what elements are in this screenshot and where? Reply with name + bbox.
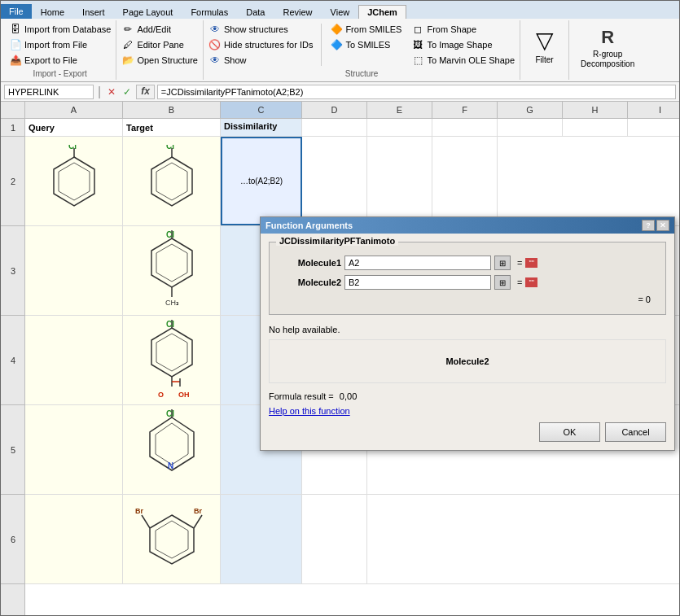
cell-c6[interactable] bbox=[221, 495, 302, 583]
cell-a1[interactable]: Query bbox=[25, 119, 123, 136]
cell-h1[interactable] bbox=[563, 119, 628, 136]
cell-a5[interactable] bbox=[25, 405, 123, 494]
tab-file[interactable]: File bbox=[1, 4, 32, 19]
molecule2-picker-button[interactable]: ⊞ bbox=[494, 275, 511, 290]
to-image-shape-button[interactable]: 🖼 To Image Shape bbox=[410, 37, 516, 52]
export-file-button[interactable]: 📤 Export to File bbox=[7, 53, 112, 68]
molecule1-input[interactable] bbox=[344, 256, 491, 270]
dialog-title-bar[interactable]: Function Arguments ? ✕ bbox=[261, 217, 674, 234]
editor-pane-button[interactable]: 🖊 Editor Pane bbox=[120, 37, 200, 52]
tab-review[interactable]: Review bbox=[274, 5, 321, 19]
open-structure-button[interactable]: 📂 Open Structure bbox=[120, 53, 200, 68]
dialog-help-button[interactable]: ? bbox=[642, 220, 655, 231]
import-database-button[interactable]: 🗄 Import from Database bbox=[7, 22, 112, 37]
row-header-5[interactable]: 5 bbox=[1, 405, 25, 495]
file-import-icon: 📄 bbox=[9, 38, 22, 51]
cell-b3[interactable]: Cl CH₃ bbox=[123, 226, 221, 315]
col-header-h[interactable]: H bbox=[563, 102, 628, 118]
tab-jchem[interactable]: JChem bbox=[358, 5, 406, 19]
cell-a6[interactable] bbox=[25, 495, 123, 583]
function-arguments-dialog: Function Arguments ? ✕ JCDissimilarityPF… bbox=[260, 216, 675, 451]
cell-d1[interactable] bbox=[302, 119, 367, 136]
tab-home[interactable]: Home bbox=[32, 5, 73, 19]
col-header-a[interactable]: A bbox=[25, 102, 123, 118]
col-header-f[interactable]: F bbox=[432, 102, 498, 118]
cell-i1[interactable] bbox=[628, 119, 679, 136]
col-header-e[interactable]: E bbox=[367, 102, 432, 118]
cell-a2[interactable]: Cl bbox=[25, 137, 123, 225]
cell-a3[interactable] bbox=[25, 226, 123, 315]
hide-structures-icon: 🚫 bbox=[208, 38, 222, 51]
cell-e2[interactable] bbox=[367, 137, 432, 225]
tab-formulas[interactable]: Formulas bbox=[182, 5, 237, 19]
dialog-close-button[interactable]: ✕ bbox=[656, 220, 669, 231]
ok-button[interactable]: OK bbox=[539, 422, 600, 442]
cell-b6[interactable]: Br Br bbox=[123, 495, 221, 583]
insert-function-button[interactable]: fx bbox=[136, 85, 155, 99]
cell-d2[interactable] bbox=[302, 137, 367, 225]
from-smiles-button[interactable]: 🔶 From SMILES bbox=[328, 22, 403, 37]
filter-icon: ▽ bbox=[536, 27, 554, 54]
dialog-title-buttons: ? ✕ bbox=[642, 220, 669, 231]
molecule-a2: Cl bbox=[37, 145, 111, 218]
cell-f2[interactable] bbox=[432, 137, 498, 225]
add-edit-button[interactable]: ✏ Add/Edit bbox=[120, 22, 200, 37]
tab-insert[interactable]: Insert bbox=[73, 5, 114, 19]
corner-cell bbox=[1, 102, 25, 118]
row-header-2[interactable]: 2 bbox=[1, 137, 25, 226]
svg-marker-1 bbox=[59, 163, 90, 200]
cell-c2[interactable]: …to(A2;B2) bbox=[221, 137, 302, 225]
col-header-b[interactable]: B bbox=[123, 102, 221, 118]
to-marvin-ole-button[interactable]: ⬚ To Marvin OLE Shape bbox=[410, 53, 516, 68]
formula-input[interactable]: =JCDissimilarityPFTanimoto(A2;B2) bbox=[157, 85, 676, 99]
row-header-1[interactable]: 1 bbox=[1, 119, 25, 137]
rgroup-button[interactable]: R R-groupDecomposition bbox=[577, 24, 638, 72]
tab-view[interactable]: View bbox=[322, 5, 359, 19]
molecule1-picker-button[interactable]: ⊞ bbox=[494, 256, 511, 270]
cell-b2[interactable]: Cl bbox=[123, 137, 221, 225]
col-header-c[interactable]: C bbox=[221, 102, 302, 118]
cell-b5[interactable]: Cl N bbox=[123, 405, 221, 494]
row-header-3[interactable]: 3 bbox=[1, 226, 25, 316]
cell-a4[interactable] bbox=[25, 316, 123, 404]
structure-group: 👁 Show structures 🚫 Hide structures for … bbox=[207, 22, 516, 68]
svg-text:Br: Br bbox=[135, 507, 143, 515]
confirm-formula-button[interactable]: ✓ bbox=[121, 85, 134, 98]
formula-bar: | ✕ ✓ fx =JCDissimilarityPFTanimoto(A2;B… bbox=[1, 82, 679, 102]
svg-text:Br: Br bbox=[194, 507, 202, 515]
tab-page-layout[interactable]: Page Layout bbox=[114, 5, 182, 19]
col-header-i[interactable]: I bbox=[628, 102, 679, 118]
cell-g1[interactable] bbox=[498, 119, 563, 136]
structure-label: Structure bbox=[207, 68, 516, 78]
name-box[interactable] bbox=[4, 85, 94, 99]
cancel-button[interactable]: Cancel bbox=[605, 422, 666, 442]
cell-b1[interactable]: Target bbox=[123, 119, 221, 136]
cell-f1[interactable] bbox=[432, 119, 498, 136]
col-header-d[interactable]: D bbox=[302, 102, 367, 118]
show-structures-button[interactable]: 👁 Show structures bbox=[207, 22, 314, 37]
cell-d6[interactable] bbox=[302, 495, 367, 583]
row-header-4[interactable]: 4 bbox=[1, 316, 25, 405]
svg-text:CH₃: CH₃ bbox=[165, 299, 179, 307]
filter-button[interactable]: ▽ Filter bbox=[532, 24, 556, 68]
show-button[interactable]: 👁 Show bbox=[207, 53, 314, 68]
cancel-formula-button[interactable]: ✕ bbox=[105, 85, 118, 98]
molecule2-input[interactable] bbox=[344, 275, 491, 290]
to-smiles-button[interactable]: 🔷 To SMILES bbox=[328, 37, 403, 52]
formula-bar-separator: | bbox=[98, 85, 101, 99]
import-file-button[interactable]: 📄 Import from File bbox=[7, 37, 112, 52]
row-header-6[interactable]: 6 bbox=[1, 495, 25, 584]
from-shape-button[interactable]: ◻ From Shape bbox=[410, 22, 516, 37]
function-group: JCDissimilarityPFTanimoto Molecule1 ⊞ = … bbox=[269, 242, 666, 315]
svg-text:O: O bbox=[158, 391, 164, 399]
svg-marker-24 bbox=[156, 423, 188, 465]
cell-c1[interactable]: Dissimilarityscore bbox=[221, 119, 302, 136]
tab-data[interactable]: Data bbox=[237, 5, 274, 19]
cell-b4[interactable]: Cl O OH bbox=[123, 316, 221, 404]
formula-result-value: 0,00 bbox=[340, 391, 357, 401]
col-header-g[interactable]: G bbox=[498, 102, 563, 118]
cell-e1[interactable] bbox=[367, 119, 432, 136]
help-on-function-link[interactable]: Help on this function bbox=[269, 406, 350, 416]
hide-structures-button[interactable]: 🚫 Hide structures for IDs bbox=[207, 37, 314, 52]
rgroup-label: R-groupDecomposition bbox=[581, 50, 634, 69]
